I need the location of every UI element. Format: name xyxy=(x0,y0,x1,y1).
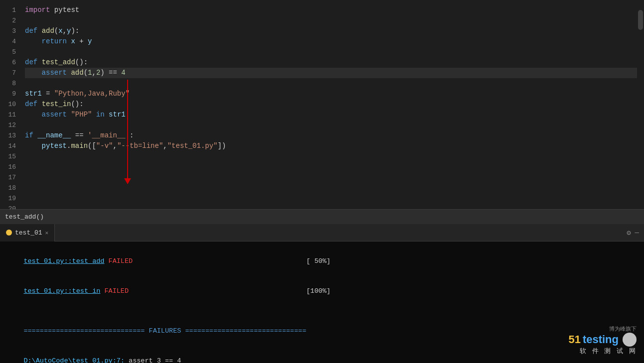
code-line-1: import pytest xyxy=(25,5,644,15)
code-line-9: str1 = "Python,Java,Ruby" xyxy=(25,89,644,99)
code-line-14: pytest.main(["-v","--tb=line","test_01.p… xyxy=(25,141,644,151)
code-line-10: def test_in(): xyxy=(25,99,644,110)
watermark-51: 51 xyxy=(568,333,580,346)
terminal-actions: ⚙ — xyxy=(627,229,639,237)
code-line-3: def add(x,y): xyxy=(25,26,644,36)
code-lines: import pytest def add(x,y): return x + y… xyxy=(20,0,644,209)
code-line-12 xyxy=(25,120,644,130)
terminal-line-1: test_01.py::test_add FAILED [ 50%] xyxy=(7,246,637,276)
terminal-tab-bar: test_01 ✕ ⚙ — xyxy=(0,224,644,242)
failure-link-1[interactable]: D:\AutoCode\test_01.py:7: xyxy=(23,357,125,363)
terminal-line-4: ============================== FAILURES … xyxy=(7,316,637,346)
code-line-5 xyxy=(25,47,644,57)
code-line-11: assert "PHP" in str1 xyxy=(25,110,644,120)
terminal-tab-test01[interactable]: test_01 ✕ xyxy=(0,224,55,242)
line-numbers: 1 2 3 4 5 6 7 8 9 10 11 12 13 14 15 16 1… xyxy=(0,0,20,209)
terminal-line-5: D:\AutoCode\test_01.py:7: assert 3 == 4 xyxy=(7,346,637,363)
watermark-brand-top: 博为峰旗下 xyxy=(609,325,637,333)
code-line-13: if __name__ == '__main__': xyxy=(25,130,644,141)
watermark-testing: testing xyxy=(583,333,619,346)
code-line-6: def test_add(): xyxy=(25,57,644,68)
minimize-icon[interactable]: — xyxy=(635,229,639,237)
code-line-2 xyxy=(25,15,644,26)
code-line-8 xyxy=(25,78,644,89)
terminal-line-3 xyxy=(7,306,637,316)
watermark: 博为峰旗下 51 testing 软 件 测 试 网 xyxy=(568,325,637,356)
red-arrow-annotation xyxy=(127,80,128,179)
tab-close-button[interactable]: ✕ xyxy=(45,230,49,236)
settings-icon[interactable]: ⚙ xyxy=(627,229,631,237)
watermark-circle-icon xyxy=(623,333,637,347)
scrollbar[interactable] xyxy=(637,0,644,209)
tab-status-icon xyxy=(6,230,12,236)
code-editor[interactable]: 1 2 3 4 5 6 7 8 9 10 11 12 13 14 15 16 1… xyxy=(0,0,644,209)
call-hint-text: test_add() xyxy=(5,213,44,221)
code-line-4: return x + y xyxy=(25,36,644,47)
terminal-line-2: test_01.py::test_in FAILED [100%] xyxy=(7,276,637,306)
call-hint-bar: test_add() xyxy=(0,209,644,224)
watermark-logo: 51 testing xyxy=(568,333,637,347)
terminal-output: test_01.py::test_add FAILED [ 50%] test_… xyxy=(0,242,644,363)
terminal-tab-label: test_01 xyxy=(15,229,42,237)
code-line-7: assert add(1,2) == 4 xyxy=(25,68,644,78)
test-path-1[interactable]: test_01.py::test_add xyxy=(23,257,104,265)
test-path-2[interactable]: test_01.py::test_in xyxy=(23,287,100,295)
watermark-subtitle: 软 件 测 试 网 xyxy=(580,347,637,356)
